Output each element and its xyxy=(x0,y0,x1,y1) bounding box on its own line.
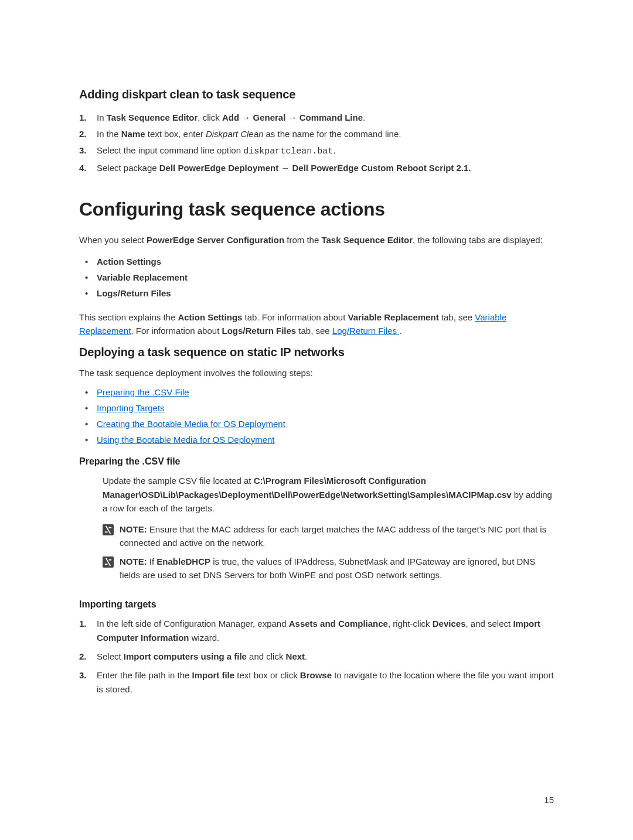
import-step-1: 1. In the left side of Configuration Man… xyxy=(79,617,554,645)
import-steps: 1. In the left side of Configuration Man… xyxy=(79,617,554,696)
diskpart-step-1: 1. In Task Sequence Editor, click Add → … xyxy=(79,111,554,125)
text: Enter the file path in the xyxy=(97,670,192,680)
step-number: 3. xyxy=(79,668,97,696)
text: , right-click xyxy=(388,619,433,629)
list-item: Logs/Return Files xyxy=(81,286,554,301)
text: as the name for the command line. xyxy=(263,129,401,139)
text-bold: Next xyxy=(286,651,305,661)
text-bold: Variable Replacement xyxy=(348,312,439,322)
text: text box, enter xyxy=(145,129,206,139)
arrow-icon: → xyxy=(278,163,292,173)
note-icon xyxy=(103,556,114,568)
intro-paragraph: When you select PowerEdge Server Configu… xyxy=(79,233,554,247)
note-text: Ensure that the MAC address for each tar… xyxy=(120,524,546,548)
page-number: 15 xyxy=(544,795,554,805)
text-bold: Action Settings xyxy=(178,312,242,322)
preparing-csv-link[interactable]: Preparing the .CSV File xyxy=(97,387,189,397)
text: , the following tabs are displayed: xyxy=(413,235,543,245)
text: and click xyxy=(247,651,286,661)
text: text box or click xyxy=(234,670,300,680)
arrow-icon: → xyxy=(285,112,299,122)
text-bold: Task Sequence Editor xyxy=(321,235,413,245)
text: tab, see xyxy=(439,312,475,322)
text-bold: Logs/Return Files xyxy=(222,326,296,336)
text: from the xyxy=(284,235,321,245)
creating-bootable-link[interactable]: Creating the Bootable Media for OS Deplo… xyxy=(97,419,285,429)
text-bold: Import computers using a file xyxy=(124,651,247,661)
note-label: NOTE: xyxy=(120,524,147,534)
text: . xyxy=(333,145,335,155)
importing-targets-link[interactable]: Importing Targets xyxy=(97,403,165,413)
diskpart-step-2: 2. In the Name text box, enter Diskpart … xyxy=(79,127,554,141)
text: wizard. xyxy=(189,633,220,643)
text-bold: Dell PowerEdge Deployment xyxy=(159,163,278,173)
using-bootable-link[interactable]: Using the Bootable Media for OS Deployme… xyxy=(97,435,275,445)
step-number: 2. xyxy=(79,127,97,141)
text: . xyxy=(305,651,307,661)
text: , click xyxy=(198,112,222,122)
text-italic: Diskpart Clean xyxy=(206,129,263,139)
deploy-links-list: Preparing the .CSV File Importing Target… xyxy=(81,385,554,447)
diskpart-heading: Adding diskpart clean to task sequence xyxy=(79,88,554,101)
list-item: Variable Replacement xyxy=(81,271,554,285)
text-bold: General xyxy=(253,112,285,122)
note-1: NOTE: Ensure that the MAC address for ea… xyxy=(103,523,554,549)
log-return-files-link[interactable]: Log/Return Files xyxy=(332,326,399,336)
text-bold: Dell PowerEdge Custom Reboot Script 2.1. xyxy=(292,163,471,173)
explain-paragraph: This section explains the Action Setting… xyxy=(79,310,554,338)
text-bold: Variable Replacement xyxy=(97,272,188,282)
import-heading: Importing targets xyxy=(79,599,554,610)
text: This section explains the xyxy=(79,312,178,322)
tabs-list: Action Settings Variable Replacement Log… xyxy=(81,255,554,301)
text: . For information about xyxy=(131,326,222,336)
step-number: 3. xyxy=(79,144,97,159)
list-item: Importing Targets xyxy=(81,401,554,416)
step-number: 4. xyxy=(79,161,97,175)
code-text: diskpartclean.bat xyxy=(243,146,333,156)
text: . xyxy=(363,112,365,122)
csv-body: Update the sample CSV file located at C:… xyxy=(103,474,554,515)
text-bold: Import file xyxy=(192,670,235,680)
text-bold: EnableDHCP xyxy=(156,556,210,566)
text: . xyxy=(399,326,401,336)
list-item: Creating the Bootable Media for OS Deplo… xyxy=(81,417,554,432)
list-item: Action Settings xyxy=(81,255,554,269)
step-number: 2. xyxy=(79,650,97,664)
text: In the left side of Configuration Manage… xyxy=(97,619,289,629)
text-bold: Assets and Compliance xyxy=(289,619,388,629)
main-heading: Configuring task sequence actions xyxy=(79,199,554,220)
text: tab, see xyxy=(296,326,332,336)
diskpart-steps: 1. In Task Sequence Editor, click Add → … xyxy=(79,111,554,175)
text: Update the sample CSV file located at xyxy=(103,476,254,486)
text-bold: Logs/Return Files xyxy=(97,288,171,298)
text-bold: Browse xyxy=(300,670,332,680)
text: , and select xyxy=(466,619,513,629)
note-label: NOTE: xyxy=(120,556,147,566)
text: Select the input command line option xyxy=(97,145,243,155)
text-bold: Task Sequence Editor xyxy=(107,112,198,122)
import-step-3: 3. Enter the file path in the Import fil… xyxy=(79,668,554,696)
text-bold: Add xyxy=(222,112,239,122)
import-step-2: 2. Select Import computers using a file … xyxy=(79,650,554,664)
text: When you select xyxy=(79,235,147,245)
text-bold: Name xyxy=(121,129,145,139)
diskpart-step-3: 3. Select the input command line option … xyxy=(79,144,554,159)
list-item: Preparing the .CSV File xyxy=(81,385,554,400)
text: Select package xyxy=(97,163,159,173)
text: In the xyxy=(97,129,121,139)
deploy-heading: Deploying a task sequence on static IP n… xyxy=(79,346,554,359)
note-icon xyxy=(103,524,114,535)
text-bold: Devices xyxy=(433,619,466,629)
step-number: 1. xyxy=(79,111,97,125)
list-item: Using the Bootable Media for OS Deployme… xyxy=(81,433,554,448)
text: In xyxy=(97,112,107,122)
csv-heading: Preparing the .CSV file xyxy=(79,456,554,467)
text-bold: PowerEdge Server Configuration xyxy=(147,235,284,245)
text: tab. For information about xyxy=(242,312,348,322)
text: Select xyxy=(97,651,124,661)
step-number: 1. xyxy=(79,617,97,645)
text-bold: Command Line xyxy=(300,112,363,122)
diskpart-step-4: 4. Select package Dell PowerEdge Deploym… xyxy=(79,161,554,175)
note-2: NOTE: If EnableDHCP is true, the values … xyxy=(103,555,554,582)
text: If xyxy=(147,556,157,566)
